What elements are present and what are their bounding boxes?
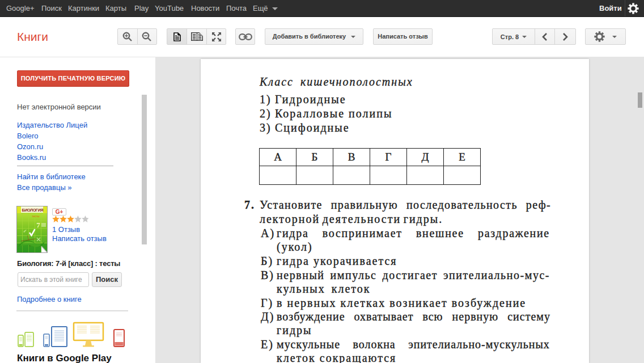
svg-text:7: 7 <box>36 221 40 229</box>
svg-text:БИОЛОГИЯ: БИОЛОГИЯ <box>22 208 44 213</box>
svg-text:тесты: тесты <box>32 214 40 218</box>
